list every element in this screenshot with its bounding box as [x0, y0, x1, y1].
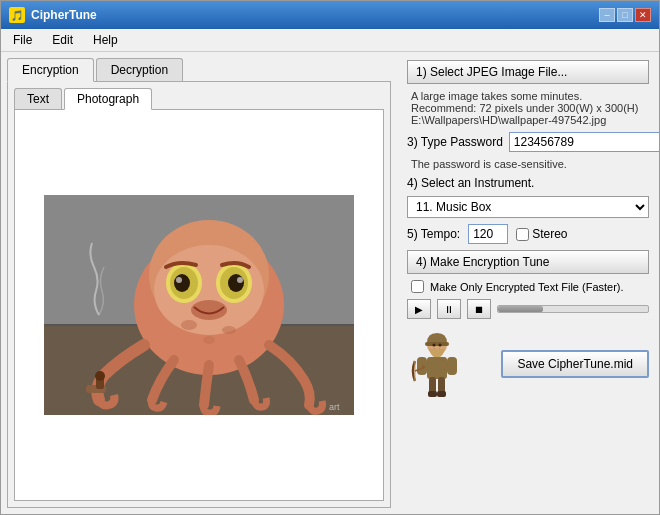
- bottom-row: Save CipherTune.mid: [407, 329, 649, 399]
- menu-edit[interactable]: Edit: [44, 31, 81, 49]
- title-controls: – □ ✕: [599, 8, 651, 22]
- svg-rect-24: [425, 342, 449, 346]
- tab-encryption[interactable]: Encryption: [7, 58, 94, 82]
- tab-photograph[interactable]: Photograph: [64, 88, 152, 110]
- title-bar-left: 🎵 CipherTune: [9, 7, 97, 23]
- svg-rect-35: [428, 391, 437, 397]
- make-encryption-button[interactable]: 4) Make Encryption Tune: [407, 250, 649, 274]
- title-bar: 🎵 CipherTune – □ ✕: [1, 1, 659, 29]
- svg-point-19: [181, 320, 197, 330]
- content-area: Encryption Decryption Text Photograph: [1, 52, 659, 514]
- close-button[interactable]: ✕: [635, 8, 651, 22]
- app-icon: 🎵: [9, 7, 25, 23]
- password-row: 3) Type Password: [407, 132, 649, 152]
- hint-text: A large image takes some minutes. Recomm…: [407, 90, 649, 126]
- playback-row: ▶ ⏸ ⏹: [407, 299, 649, 319]
- file-path: E:\Wallpapers\HD\wallpaper-497542.jpg: [411, 114, 649, 126]
- main-tabs-panel: Encryption Decryption Text Photograph: [1, 52, 397, 514]
- menu-help[interactable]: Help: [85, 31, 126, 49]
- svg-point-13: [228, 274, 244, 292]
- outer-tabs: Encryption Decryption: [7, 58, 391, 82]
- progress-bar-container: [497, 305, 649, 313]
- select-image-button[interactable]: 1) Select JPEG Image File...: [407, 60, 649, 84]
- play-button[interactable]: ▶: [407, 299, 431, 319]
- menu-file[interactable]: File: [5, 31, 40, 49]
- save-button[interactable]: Save CipherTune.mid: [501, 350, 649, 378]
- only-encrypted-row: Make Only Encrypted Text File (Faster).: [411, 280, 649, 293]
- stop-button[interactable]: ⏹: [467, 299, 491, 319]
- photo-display: art: [21, 116, 377, 494]
- instrument-label: 4) Select an Instrument.: [407, 176, 649, 190]
- svg-text:art: art: [329, 402, 340, 412]
- maximize-button[interactable]: □: [617, 8, 633, 22]
- octopus-image: art: [44, 195, 354, 415]
- pause-button[interactable]: ⏸: [437, 299, 461, 319]
- hint-line2: Recommend: 72 pixels under 300(W) x 300(…: [411, 102, 649, 114]
- tempo-label: 5) Tempo:: [407, 227, 460, 241]
- stereo-checkbox[interactable]: [516, 228, 529, 241]
- outer-tab-panel: Text Photograph: [7, 81, 391, 508]
- inner-tabs: Text Photograph: [14, 88, 384, 110]
- svg-point-9: [174, 274, 190, 292]
- password-hint: The password is case-sensitive.: [411, 158, 649, 170]
- right-panel: 1) Select JPEG Image File... A large ima…: [397, 52, 659, 514]
- tempo-input[interactable]: [468, 224, 508, 244]
- password-label: 3) Type Password: [407, 135, 503, 149]
- menu-bar: File Edit Help: [1, 29, 659, 52]
- password-input[interactable]: [509, 132, 659, 152]
- minimize-button[interactable]: –: [599, 8, 615, 22]
- main-window: 🎵 CipherTune – □ ✕ File Edit Help Encryp…: [0, 0, 660, 515]
- svg-point-21: [203, 336, 215, 344]
- mascot-image: [407, 329, 467, 399]
- stereo-label[interactable]: Stereo: [516, 227, 567, 241]
- svg-point-18: [95, 371, 105, 381]
- svg-rect-27: [427, 357, 447, 379]
- window-title: CipherTune: [31, 8, 97, 22]
- inner-tab-panel: art: [14, 109, 384, 501]
- only-encrypted-label: Make Only Encrypted Text File (Faster).: [430, 281, 624, 293]
- only-encrypted-checkbox[interactable]: [411, 280, 424, 293]
- svg-point-20: [222, 326, 236, 334]
- tab-text[interactable]: Text: [14, 88, 62, 110]
- tab-decryption[interactable]: Decryption: [96, 58, 183, 82]
- svg-point-14: [237, 277, 243, 283]
- tempo-row: 5) Tempo: Stereo: [407, 224, 649, 244]
- svg-point-25: [433, 344, 436, 347]
- svg-point-26: [439, 344, 442, 347]
- instrument-select[interactable]: 11. Music Box 1. Piano 2. Guitar 3. Viol…: [407, 196, 649, 218]
- hint-line1: A large image takes some minutes.: [411, 90, 649, 102]
- svg-rect-29: [447, 357, 457, 375]
- progress-bar-fill: [498, 306, 543, 312]
- svg-point-10: [176, 277, 182, 283]
- svg-rect-36: [437, 391, 446, 397]
